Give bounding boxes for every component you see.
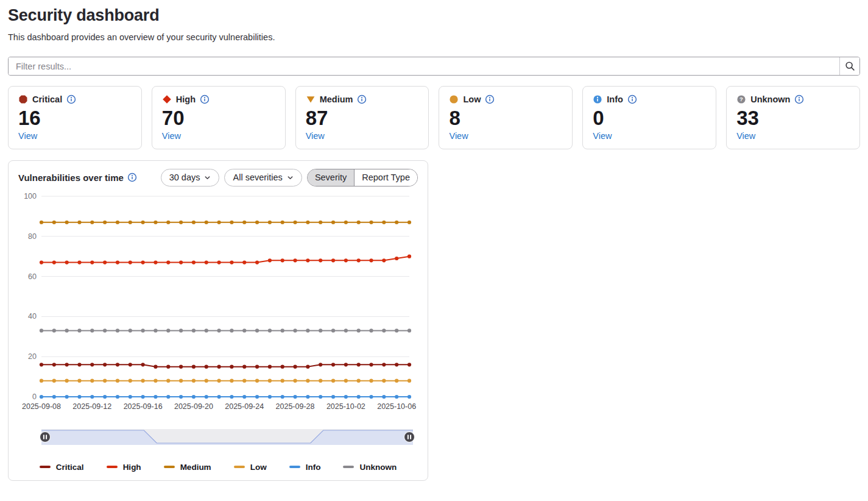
chart-point-unknown[interactable] <box>281 329 284 332</box>
chart-point-medium[interactable] <box>369 221 373 224</box>
chart-point-low[interactable] <box>77 379 81 383</box>
info-icon[interactable] <box>127 172 137 182</box>
chart-point-high[interactable] <box>255 260 259 264</box>
chart-point-info[interactable] <box>255 395 259 399</box>
chart-point-info[interactable] <box>103 395 107 399</box>
chart-point-unknown[interactable] <box>382 329 386 332</box>
legend-item-medium[interactable]: Medium <box>164 463 211 472</box>
chart-point-low[interactable] <box>293 379 297 383</box>
legend-item-high[interactable]: High <box>107 463 141 472</box>
chart-point-medium[interactable] <box>319 221 322 224</box>
chart-point-unknown[interactable] <box>369 329 373 332</box>
chart-point-critical[interactable] <box>103 363 107 366</box>
chart-point-unknown[interactable] <box>103 329 107 332</box>
chart-point-low[interactable] <box>205 379 208 383</box>
chart-point-high[interactable] <box>179 260 183 264</box>
chart-point-info[interactable] <box>268 395 272 399</box>
chart-point-medium[interactable] <box>40 221 43 224</box>
chart-point-high[interactable] <box>65 260 69 264</box>
chart-point-high[interactable] <box>52 260 56 264</box>
filter-input[interactable] <box>9 57 839 75</box>
chart-point-low[interactable] <box>369 379 373 383</box>
chart-point-info[interactable] <box>40 395 43 399</box>
chart-point-info[interactable] <box>408 395 411 399</box>
legend-item-info[interactable]: Info <box>289 463 321 472</box>
chart-point-info[interactable] <box>90 395 94 399</box>
chart-point-info[interactable] <box>77 395 81 399</box>
info-icon[interactable] <box>200 94 210 104</box>
severity-filter-dropdown[interactable]: All severities <box>224 169 302 187</box>
chart-point-unknown[interactable] <box>331 329 335 332</box>
slider-handle-right[interactable] <box>404 432 415 442</box>
chart-point-medium[interactable] <box>141 221 145 224</box>
toggle-report-type[interactable]: Report Type <box>355 169 417 186</box>
chart-point-unknown[interactable] <box>319 329 322 332</box>
chart-zoom-slider[interactable] <box>18 427 419 447</box>
chart-point-info[interactable] <box>217 395 221 399</box>
info-icon[interactable] <box>66 94 76 104</box>
chart-point-info[interactable] <box>293 395 297 399</box>
chart-point-high[interactable] <box>281 258 284 262</box>
chart-point-critical[interactable] <box>255 364 259 368</box>
chart-point-unknown[interactable] <box>141 329 145 332</box>
chart-point-medium[interactable] <box>77 221 81 224</box>
chart-point-low[interactable] <box>52 379 56 383</box>
chart-point-critical[interactable] <box>408 363 411 366</box>
chart-point-info[interactable] <box>344 395 348 399</box>
chart-point-medium[interactable] <box>230 221 233 224</box>
chart-point-critical[interactable] <box>129 363 132 366</box>
chart-point-critical[interactable] <box>344 363 348 366</box>
chart-point-info[interactable] <box>357 395 361 399</box>
chart-point-high[interactable] <box>319 258 322 262</box>
chart-point-critical[interactable] <box>153 364 157 368</box>
chart-point-high[interactable] <box>129 260 132 264</box>
chart-point-info[interactable] <box>331 395 335 399</box>
date-range-dropdown[interactable]: 30 days <box>161 169 220 187</box>
view-link[interactable]: View <box>736 131 755 141</box>
info-icon[interactable] <box>794 94 804 104</box>
chart-point-high[interactable] <box>230 260 233 264</box>
chart-point-info[interactable] <box>153 395 157 399</box>
chart-point-info[interactable] <box>230 395 233 399</box>
chart-point-low[interactable] <box>153 379 157 383</box>
chart-point-info[interactable] <box>52 395 56 399</box>
view-link[interactable]: View <box>162 131 181 141</box>
view-link[interactable]: View <box>18 131 37 141</box>
chart-point-low[interactable] <box>306 379 309 383</box>
chart-point-low[interactable] <box>319 379 322 383</box>
chart-point-high[interactable] <box>306 258 309 262</box>
chart-point-info[interactable] <box>192 395 196 399</box>
chart-point-high[interactable] <box>242 260 246 264</box>
chart-point-high[interactable] <box>408 255 411 258</box>
chart-point-unknown[interactable] <box>153 329 157 332</box>
chart-point-medium[interactable] <box>90 221 94 224</box>
chart-point-critical[interactable] <box>357 363 361 366</box>
chart-point-high[interactable] <box>116 260 119 264</box>
chart-point-info[interactable] <box>306 395 309 399</box>
chart-point-low[interactable] <box>141 379 145 383</box>
chart-point-high[interactable] <box>153 260 157 264</box>
chart-point-low[interactable] <box>90 379 94 383</box>
chart-point-low[interactable] <box>217 379 221 383</box>
chart-point-critical[interactable] <box>281 364 284 368</box>
chart-point-high[interactable] <box>77 260 81 264</box>
chart-point-medium[interactable] <box>242 221 246 224</box>
chart-point-critical[interactable] <box>179 364 183 368</box>
chart-point-critical[interactable] <box>369 363 373 366</box>
chart-point-info[interactable] <box>242 395 246 399</box>
chart-point-info[interactable] <box>205 395 208 399</box>
chart-point-low[interactable] <box>103 379 107 383</box>
chart-point-high[interactable] <box>166 260 170 264</box>
chart-point-medium[interactable] <box>382 221 386 224</box>
chart-point-high[interactable] <box>205 260 208 264</box>
chart-point-high[interactable] <box>382 258 386 262</box>
chart-point-unknown[interactable] <box>179 329 183 332</box>
chart-point-unknown[interactable] <box>293 329 297 332</box>
chart-point-critical[interactable] <box>230 364 233 368</box>
chart-point-info[interactable] <box>369 395 373 399</box>
legend-item-critical[interactable]: Critical <box>40 463 84 472</box>
chart-point-critical[interactable] <box>331 363 335 366</box>
view-link[interactable]: View <box>593 131 612 141</box>
chart-point-medium[interactable] <box>217 221 221 224</box>
chart-point-medium[interactable] <box>331 221 335 224</box>
